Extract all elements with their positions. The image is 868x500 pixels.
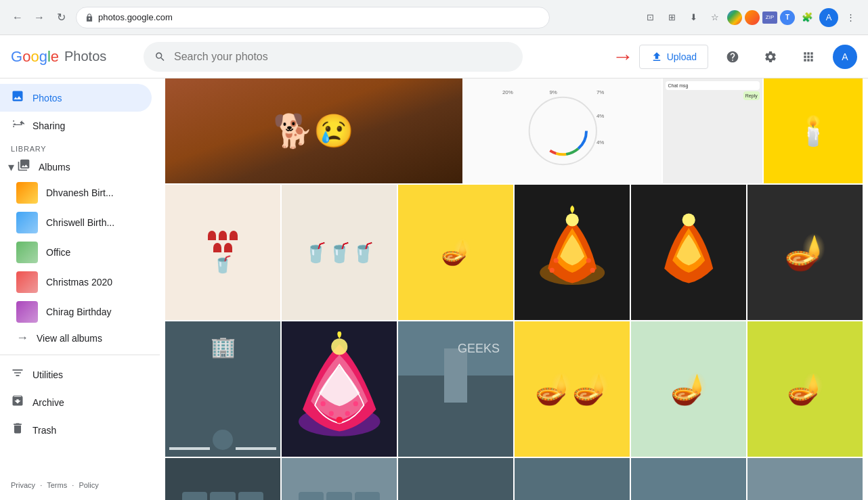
- upload-button[interactable]: Upload: [639, 45, 708, 69]
- photo-cell-diwali-dark2[interactable]: [631, 185, 746, 320]
- photo-cell-cups1[interactable]: 🥤: [165, 185, 280, 320]
- svg-point-11: [565, 213, 578, 226]
- cups2: 🥤🥤🥤: [282, 185, 397, 320]
- utilities-icon: [11, 366, 24, 383]
- photo-cell-hallway[interactable]: GEEKS: [398, 321, 513, 457]
- trash-label: Trash: [32, 425, 56, 436]
- photo-cell-lime-diwali[interactable]: 🪔: [747, 321, 863, 457]
- lime-diwali: 🪔: [747, 321, 863, 457]
- logo-g-red2: e: [51, 48, 59, 65]
- photo-cell-chart[interactable]: 20% 9% 7% 4% 4%: [464, 78, 662, 183]
- search-bar[interactable]: [144, 42, 523, 72]
- view-all-albums-label: View all albums: [37, 333, 102, 344]
- album-name-chirag: Chirag Birthday: [46, 306, 112, 317]
- svg-point-14: [549, 268, 554, 273]
- upload-arrow-container: → Upload: [612, 44, 708, 69]
- extensions-button[interactable]: 🧩: [798, 8, 817, 27]
- photo-cell-ceiling4[interactable]: [515, 458, 630, 500]
- browser-chrome: ← → ↻ photos.google.com ⊡ ⊞ ⬇ ☆ ZIP T 🧩 …: [0, 0, 868, 35]
- apps-icon: [802, 50, 815, 64]
- apps-button[interactable]: [795, 43, 822, 70]
- dog-emoji: 🐕😢: [165, 78, 462, 183]
- sidebar-item-trash[interactable]: Trash: [0, 416, 152, 444]
- terms-link[interactable]: Terms: [47, 481, 67, 489]
- albums-svg-icon: [17, 158, 30, 172]
- google-account-ext: [727, 10, 742, 25]
- diwali-small: 🪔: [398, 185, 513, 320]
- privacy-link[interactable]: Privacy: [11, 481, 35, 489]
- album-item-chirag[interactable]: Chirag Birthday: [0, 297, 152, 327]
- tab-grid-button[interactable]: ⊞: [662, 8, 681, 27]
- download-button[interactable]: ⬇: [684, 8, 703, 27]
- user-avatar[interactable]: A: [833, 45, 857, 69]
- bookmark-button[interactable]: ☆: [706, 8, 724, 27]
- footer-sep2: ·: [72, 481, 74, 489]
- photo-cell-ceiling5[interactable]: [631, 458, 746, 500]
- browser-profile[interactable]: A: [819, 8, 838, 27]
- address-bar[interactable]: photos.google.com: [76, 7, 550, 28]
- album-thumb-dhvanesh: [16, 182, 38, 204]
- photo-cell-pink-lamp[interactable]: [282, 321, 397, 457]
- photo-cell-candle[interactable]: 🕯️: [764, 78, 863, 183]
- album-item-christmas[interactable]: Christmas 2020: [0, 267, 152, 297]
- chrome-menu-button[interactable]: ⋮: [841, 8, 860, 27]
- sidebar-item-photos[interactable]: Photos: [0, 84, 152, 112]
- cast-button[interactable]: ⊡: [641, 8, 659, 27]
- album-item-chriswell[interactable]: Chriswell Birth...: [0, 208, 152, 237]
- back-button[interactable]: ←: [8, 8, 27, 27]
- photo-cell-ceiling6[interactable]: [747, 458, 863, 500]
- photo-cell-cups2[interactable]: 🥤🥤🥤: [282, 185, 397, 320]
- albums-header[interactable]: ▾ Albums: [0, 156, 160, 178]
- sharing-icon: [11, 117, 24, 134]
- ceiling2: [282, 458, 397, 500]
- photo-cell-ceiling1[interactable]: [165, 458, 280, 500]
- settings-button[interactable]: [757, 43, 784, 70]
- candle-emoji: 🕯️: [764, 78, 863, 183]
- translate-ext: T: [780, 10, 795, 25]
- diwali-lamp2: [637, 191, 741, 313]
- album-name-dhvanesh: Dhvanesh Birt...: [46, 187, 114, 198]
- photo-cell-ceiling2[interactable]: [282, 458, 397, 500]
- svg-point-13: [586, 258, 590, 263]
- policy-link[interactable]: Policy: [79, 481, 98, 489]
- search-input[interactable]: [174, 51, 512, 63]
- reload-button[interactable]: ↻: [51, 8, 70, 27]
- album-thumb-office: [16, 242, 38, 263]
- photo-cell-diwali-closeup[interactable]: 🪔: [747, 185, 863, 320]
- zip-ext: ZIP: [762, 12, 777, 24]
- photo-cell-office-room[interactable]: 🏢: [165, 321, 280, 457]
- svg-point-18: [320, 401, 325, 406]
- photo-cell-diwali-dark1[interactable]: [515, 185, 630, 320]
- utilities-svg-icon: [11, 366, 24, 380]
- utilities-label: Utilities: [32, 369, 63, 380]
- upload-icon: [651, 51, 663, 63]
- photo-cell-yellow-diwali1[interactable]: 🪔🪔: [515, 321, 630, 457]
- forward-button[interactable]: →: [30, 8, 49, 27]
- sidebar-item-sharing[interactable]: Sharing: [0, 112, 152, 139]
- logo-g-red: o: [22, 48, 30, 65]
- photos-svg-icon: [11, 89, 24, 103]
- photo-cell-yellow-diwali2[interactable]: 🪔: [631, 321, 746, 457]
- photos-icon: [11, 89, 24, 106]
- photo-row-2: 🥤 🥤🥤🥤 🪔: [165, 185, 863, 320]
- main-content: Photos Sharing LIBRARY ▾: [0, 78, 868, 500]
- svg-text:9%: 9%: [549, 89, 557, 95]
- svg-point-12: [553, 258, 558, 263]
- view-all-albums-item[interactable]: → View all albums: [0, 327, 152, 349]
- help-button[interactable]: [719, 43, 746, 70]
- sidebar-item-utilities[interactable]: Utilities: [0, 361, 152, 388]
- trash-svg-icon: [11, 422, 24, 435]
- album-item-dhvanesh[interactable]: Dhvanesh Birt...: [0, 178, 152, 208]
- photo-cell-ceiling3[interactable]: [398, 458, 513, 500]
- logo: Google Photos: [11, 48, 133, 66]
- photo-cell-diwali-yellow[interactable]: 🪔: [398, 185, 513, 320]
- sharing-label: Sharing: [32, 120, 65, 131]
- photo-cell-dogs[interactable]: 🐕😢: [165, 78, 462, 183]
- album-item-office[interactable]: Office: [0, 237, 152, 267]
- sidebar-item-archive[interactable]: Archive: [0, 388, 152, 416]
- header-right: → Upload: [612, 43, 857, 70]
- upload-label: Upload: [667, 51, 697, 62]
- chrome-ext-colorful: [745, 10, 760, 25]
- photo-cell-chat[interactable]: Chat msg Reply: [663, 78, 762, 183]
- yellow-diwali1: 🪔🪔: [515, 321, 630, 457]
